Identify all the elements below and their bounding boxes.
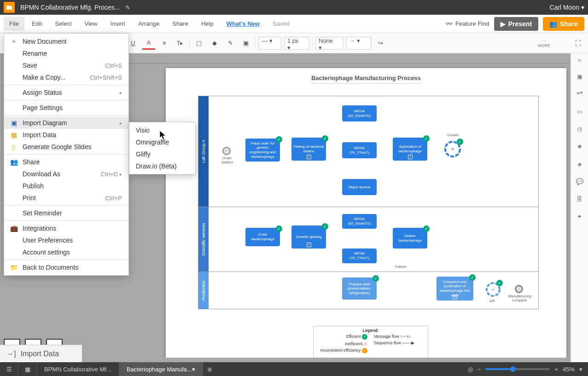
lane-production[interactable]: Production Prepare vials (preservatives,… <box>198 272 538 309</box>
style-panel-icon[interactable]: ◈ <box>575 159 584 168</box>
task-order-bac[interactable]: Order bacteriophage✓ <box>245 228 280 246</box>
menu-print[interactable]: PrintCtrl+P <box>4 192 128 204</box>
feature-find[interactable]: 👓 Feature Find <box>445 20 489 27</box>
canvas[interactable]: Bacteriophage Manufacturing Process Lab … <box>83 64 570 358</box>
menu-select[interactable]: Select <box>49 17 77 31</box>
magic-panel-icon[interactable]: ✦ <box>575 212 584 221</box>
task-extraction[interactable]: Extraction and purification of bacteriop… <box>437 277 473 301</box>
collapse-dock[interactable]: « <box>578 56 582 64</box>
more-options[interactable]: ⋯MORE <box>538 39 550 48</box>
menu-generate-slides[interactable]: ▯Generate Google Slides <box>4 141 128 153</box>
zoom-value[interactable]: 45% <box>563 366 575 373</box>
shape-fill-button[interactable]: ▢ <box>192 37 205 50</box>
rename-icon[interactable]: ✎ <box>125 4 130 11</box>
menu-integrations[interactable]: 💼Integrations <box>4 222 128 234</box>
line-style-select[interactable]: — ▾ <box>258 37 281 50</box>
data-panel-icon[interactable]: 🗄 <box>575 194 584 203</box>
task-mrsa4[interactable]: MRSA (76_77insT) <box>342 249 377 263</box>
page-panel-icon[interactable]: ▣ <box>575 72 584 81</box>
task-place-order[interactable]: Place order for genetic engineering and … <box>245 139 280 162</box>
menu-save[interactable]: SaveCtrl+S <box>4 59 128 71</box>
tab-bpmn[interactable]: BPMN Collaborative Mf... <box>37 362 119 376</box>
doc-title[interactable]: BPMN Collaborative Mfg. Proces... <box>20 4 120 11</box>
layers-panel-icon[interactable]: ❖ <box>575 142 584 151</box>
arrow-start-select[interactable]: None ▾ <box>315 37 343 50</box>
import-data-button[interactable]: →] Import Data <box>0 345 82 362</box>
text-color-button[interactable]: A <box>142 37 155 50</box>
visio-icon: ▣ <box>10 119 18 127</box>
task-staph[interactable]: Staph aureus <box>342 179 377 195</box>
grid-view-button[interactable]: ▦ <box>18 362 37 376</box>
user-menu[interactable]: Carl Moon ▾ <box>550 4 584 11</box>
lane-scientific[interactable]: Scientific services Order bacteriophage✓… <box>198 207 538 272</box>
menu-publish[interactable]: Publish <box>4 180 128 192</box>
start-event[interactable] <box>222 147 231 155</box>
folder-icon[interactable] <box>4 2 15 13</box>
line-route-button[interactable]: ↪ <box>374 37 387 50</box>
tab-bacteriophage[interactable]: Bacteriophage Manufa... ▾ <box>119 362 203 376</box>
menu-make-copy[interactable]: Make a Copy...Ctrl+Shift+S <box>4 71 128 83</box>
menu-download[interactable]: Download AsCtrl+D▸ <box>4 168 128 180</box>
submenu-visio[interactable]: Visio <box>129 124 195 136</box>
submenu-omnigraffle[interactable]: Omnigraffle <box>129 136 195 148</box>
shape-options-button[interactable]: ▣ <box>239 37 252 50</box>
align-button[interactable]: ≡ <box>158 37 171 50</box>
history-panel-icon[interactable]: ◷ <box>575 124 584 133</box>
arrow-end-select[interactable]: → ▾ <box>346 37 371 50</box>
chat-panel-icon[interactable]: 💬 <box>575 177 584 186</box>
menu-arrange[interactable]: Arrange <box>133 17 165 31</box>
menu-whatsnew[interactable]: What's New <box>221 17 265 31</box>
menu-set-reminder[interactable]: Set Reminder <box>4 207 128 219</box>
task-plating[interactable]: Plating of bacterial strains+✓ <box>291 138 326 161</box>
menu-edit[interactable]: Edit <box>26 17 47 31</box>
task-deliver[interactable]: Deliver bacteriophage✓ <box>393 228 427 249</box>
zoom-slider[interactable] <box>485 368 550 370</box>
zoom-out-button[interactable]: − <box>477 366 481 373</box>
end-event[interactable] <box>515 285 523 293</box>
menu-insert[interactable]: Insert <box>105 17 131 31</box>
line-width-select[interactable]: 1 px ▾ <box>284 37 309 50</box>
diagram-page[interactable]: Bacteriophage Manufacturing Process Lab … <box>166 68 566 358</box>
menu-back-to-docs[interactable]: 📁Back to Documents <box>4 261 128 273</box>
task-mrsa2[interactable]: MRSA (76_77insT) <box>342 142 377 158</box>
menu-assign-status[interactable]: Assign Status▸ <box>4 87 128 98</box>
line-color-button[interactable]: ✎ <box>224 37 237 50</box>
submenu-drawio[interactable]: Draw.io (Beta) <box>129 160 195 172</box>
task-mrsa1[interactable]: MRSA (82_83delTG) <box>342 105 377 121</box>
outline-view-button[interactable]: ☰ <box>0 362 18 376</box>
task-application[interactable]: Application of bacteriophage+✓ <box>393 138 427 161</box>
zoom-reset-icon[interactable]: ◎ <box>468 366 473 373</box>
menu-page-settings[interactable]: Page Settings <box>4 102 128 114</box>
growth-gear[interactable]: + ✓ <box>443 140 462 160</box>
task-genetic[interactable]: Genetic splicing+✓ <box>291 226 326 249</box>
menu-user-prefs[interactable]: User Preferences <box>4 234 128 246</box>
present-button[interactable]: ▶ Present <box>494 17 538 31</box>
bpmn-pool[interactable]: Lab Group A Order started Place order fo… <box>198 96 539 309</box>
zoom-in-button[interactable]: + <box>554 366 558 373</box>
menu-file[interactable]: File <box>4 17 24 31</box>
text-options-button[interactable]: T▸ <box>174 37 186 50</box>
diagram-title[interactable]: Bacteriophage Manufacturing Process <box>311 75 421 84</box>
menu-share-item[interactable]: 👥Share <box>4 156 128 168</box>
fullscreen-button[interactable]: ⛶ <box>571 37 584 50</box>
briefcase-icon: 💼 <box>10 225 18 232</box>
menu-account[interactable]: Account settings <box>4 246 128 258</box>
present-panel-icon[interactable]: ▭ <box>575 107 584 116</box>
menu-new-document[interactable]: ＋New Document <box>4 35 128 47</box>
menu-view[interactable]: View <box>79 17 103 31</box>
task-mrsa3[interactable]: MRSA (82_83delTG) <box>342 214 377 229</box>
share-button[interactable]: 👥 Share <box>543 17 584 31</box>
menu-rename[interactable]: Rename <box>4 47 128 59</box>
add-tab-button[interactable]: ⊕ <box>203 366 217 373</box>
legend-box[interactable]: Legend: Efficient ✓ Inefficient ⚠ Incons… <box>313 326 428 358</box>
menu-import-data[interactable]: ▦Import Data <box>4 129 128 141</box>
lane-lab[interactable]: Lab Group A Order started Place order fo… <box>198 96 538 207</box>
fill-color-button[interactable]: ◆ <box>208 37 221 50</box>
qa-gear[interactable]: + ✓ <box>485 281 501 299</box>
comments-panel-icon[interactable]: ❝❞ <box>575 89 584 98</box>
menu-share[interactable]: Share <box>167 17 194 31</box>
submenu-gliffy[interactable]: Gliffy <box>129 148 195 160</box>
menu-help[interactable]: Help <box>196 17 219 31</box>
menu-import-diagram[interactable]: ▣Import Diagram▸ <box>4 117 128 129</box>
task-prepare[interactable]: Prepare vials (preservatives, refrigerat… <box>342 278 377 300</box>
